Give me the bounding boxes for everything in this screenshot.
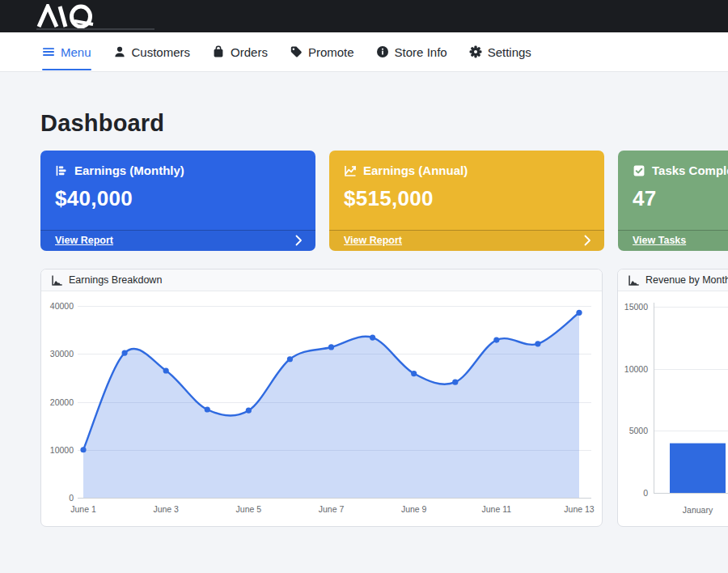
revenue-by-month-chart: 050001000015000January	[618, 291, 728, 526]
area-chart-icon	[628, 274, 640, 286]
svg-text:10000: 10000	[50, 445, 74, 455]
bar-chart-steps-icon	[55, 164, 68, 177]
view-report-link[interactable]: View Report	[55, 235, 113, 246]
nav-item-store-info[interactable]: Store Info	[376, 32, 447, 71]
svg-text:June 7: June 7	[319, 504, 345, 514]
brand-logo[interactable]	[36, 4, 106, 28]
svg-text:June 5: June 5	[236, 504, 262, 514]
nav-item-orders[interactable]: Orders	[212, 32, 268, 71]
svg-text:10000: 10000	[624, 364, 648, 374]
view-tasks-link[interactable]: View Tasks	[633, 235, 686, 246]
nav-label: Store Info	[395, 45, 447, 59]
earnings-breakdown-chart: 010000200003000040000June 1June 3June 5J…	[41, 291, 602, 526]
nav-label: Settings	[488, 45, 531, 59]
nav-item-promote[interactable]: Promote	[290, 32, 354, 71]
revenue-by-month-card: Revenue by Month 050001000015000January	[617, 269, 728, 527]
gear-icon	[469, 45, 482, 58]
chevron-right-icon	[584, 235, 591, 246]
chevron-right-icon	[295, 235, 303, 246]
nav-label: Orders	[231, 45, 268, 59]
svg-text:June 9: June 9	[401, 504, 427, 514]
stat-card-tasks-completed: Tasks Completed 47 View Tasks	[618, 151, 728, 251]
svg-text:0: 0	[643, 488, 648, 498]
svg-text:June 3: June 3	[153, 504, 179, 514]
svg-text:15000: 15000	[624, 302, 648, 312]
svg-text:20000: 20000	[50, 397, 74, 407]
nav-label: Promote	[308, 45, 354, 59]
svg-text:January: January	[683, 505, 713, 515]
stat-card-value: $40,000	[55, 186, 301, 211]
stat-cards-row: Earnings (Monthly) $40,000 View Report E…	[40, 151, 728, 251]
stat-card-value: $515,000	[344, 186, 590, 211]
svg-text:30000: 30000	[50, 349, 74, 359]
check-square-icon	[633, 164, 645, 177]
view-report-link[interactable]: View Report	[344, 235, 402, 246]
svg-text:5000: 5000	[629, 426, 649, 435]
line-graph-icon	[344, 164, 357, 177]
svg-text:June 13: June 13	[564, 504, 595, 514]
charts-row: Earnings Breakdown 010000200003000040000…	[40, 269, 728, 527]
stat-card-earnings-monthly: Earnings (Monthly) $40,000 View Report	[40, 151, 315, 251]
nav-label: Menu	[61, 45, 91, 59]
bag-icon	[212, 45, 225, 58]
nav-item-customers[interactable]: Customers	[113, 32, 191, 71]
info-circle-icon	[376, 45, 389, 58]
main-navbar: Menu Customers Orders Promote Store Info	[0, 32, 728, 72]
stat-card-title: Earnings (Annual)	[363, 163, 468, 177]
svg-text:40000: 40000	[50, 301, 74, 311]
chart-title: Revenue by Month	[645, 274, 728, 286]
nav-item-menu[interactable]: Menu	[42, 32, 91, 71]
area-chart-icon	[51, 274, 63, 286]
nav-item-settings[interactable]: Settings	[469, 32, 531, 71]
person-icon	[113, 45, 126, 58]
page-content: Dashboard Earnings (Monthly) $40,000 Vie…	[0, 72, 728, 527]
stat-card-value: 47	[633, 186, 728, 211]
stat-card-title: Earnings (Monthly)	[74, 163, 184, 177]
svg-text:0: 0	[69, 493, 74, 503]
tag-icon	[290, 45, 303, 58]
earnings-breakdown-card: Earnings Breakdown 010000200003000040000…	[40, 269, 603, 527]
hamburger-icon	[42, 45, 55, 58]
logo-underline	[36, 28, 154, 30]
nav-label: Customers	[132, 45, 191, 59]
stat-card-earnings-annual: Earnings (Annual) $515,000 View Report	[329, 151, 604, 251]
page-title: Dashboard	[40, 110, 728, 137]
svg-text:June 1: June 1	[70, 504, 96, 514]
svg-text:June 11: June 11	[482, 504, 512, 514]
chart-title: Earnings Breakdown	[69, 274, 162, 286]
stat-card-title: Tasks Completed	[652, 163, 728, 177]
top-header-bar	[0, 0, 728, 32]
